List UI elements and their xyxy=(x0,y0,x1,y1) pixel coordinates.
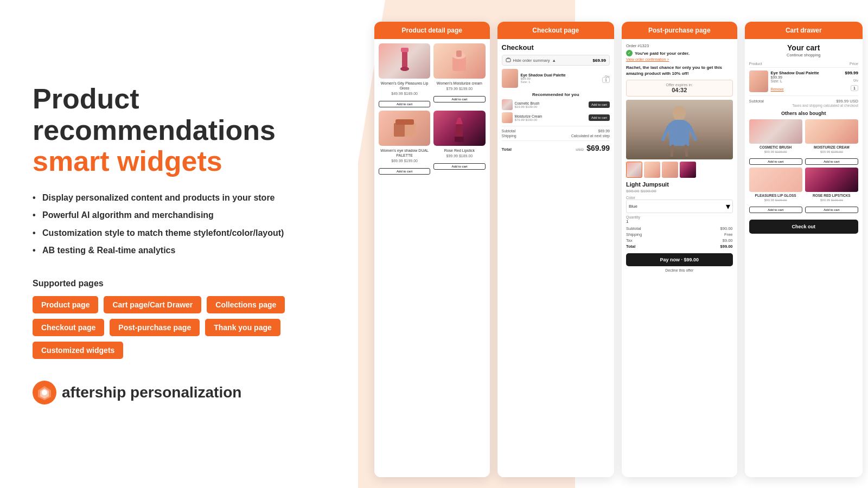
tag-thank-you[interactable]: Thank you page xyxy=(205,319,280,336)
add-to-cart-btn-2[interactable]: Add to cart xyxy=(433,96,485,102)
sub-rows: Subtotal $90.00 Shipping Free Tax $9.00 … xyxy=(626,226,733,249)
also-add-btn-1[interactable]: Add to cart xyxy=(749,158,802,165)
checkout-screen: Checkout page Checkout Hide order summar… xyxy=(497,22,614,477)
eyeshadow-icon xyxy=(391,118,418,139)
product-name-4: Rose Red Lipstick xyxy=(433,148,485,153)
add-to-cart-btn-1[interactable]: Add to cart xyxy=(379,101,430,107)
cart-subtotal: Subtotal $99.99 USD xyxy=(749,99,858,104)
tag-product-page[interactable]: Product page xyxy=(33,296,98,313)
product-price-2: $79.99 $199.00 xyxy=(433,87,485,91)
svg-line-20 xyxy=(686,146,687,157)
feature-item: AB testing & Real-time analytics xyxy=(33,245,326,256)
feature-item: Customization style to match theme style… xyxy=(33,227,326,239)
continue-shopping[interactable]: Continue shopping xyxy=(749,53,858,57)
svg-rect-7 xyxy=(456,50,462,57)
aftership-logo-icon xyxy=(33,381,56,404)
tag-customized[interactable]: Customized widgets xyxy=(33,342,123,359)
tag-collections[interactable]: Collections page xyxy=(207,296,285,313)
svg-point-4 xyxy=(400,67,409,71)
add-to-cart-btn-4[interactable]: Add to cart xyxy=(433,163,485,170)
cart-item-details: Eye Shadow Dual Palette $99.99 Size: L R… xyxy=(771,70,843,93)
cart-item-right: $99.99 Qty 1 xyxy=(845,70,858,93)
product-name-2: Women's Moisturize cream xyxy=(433,81,485,86)
svg-rect-15 xyxy=(506,59,510,62)
checkout-title: Checkout xyxy=(502,43,610,52)
total-price-area: USD $69.99 xyxy=(576,144,610,152)
divider xyxy=(502,126,610,126)
thumb-4[interactable] xyxy=(680,162,696,178)
cart-tax-note: Taxes and shipping calculated at checkou… xyxy=(749,104,858,107)
thumb-2[interactable] xyxy=(644,162,660,178)
feature-item: Display personalized content and product… xyxy=(33,192,326,204)
also-add-btn-3[interactable]: Add to cart xyxy=(749,207,802,213)
also-add-btn-2[interactable]: Add to cart xyxy=(805,158,858,165)
logo-section: aftership personalization xyxy=(33,381,326,404)
tag-post-purchase[interactable]: Post-purchase page xyxy=(110,319,200,336)
total-row: Total USD $69.99 xyxy=(502,144,610,152)
also-add-btn-4[interactable]: Add to cart xyxy=(805,207,858,213)
product-price-3: $69.99 $199.00 xyxy=(379,159,430,163)
post-purchase-screen: Post-purchase page Order #1323 ✓ You've … xyxy=(622,22,737,477)
lipstick-icon xyxy=(447,113,471,143)
view-order-link[interactable]: View order confirmation > xyxy=(626,57,733,61)
shipping-sub-row: Shipping Free xyxy=(626,232,733,237)
color-field: Color Blue ▾ xyxy=(626,196,733,213)
cart-table-header: Product Price xyxy=(749,62,858,68)
divider-2 xyxy=(502,140,610,141)
rec-item-info-1: Cosmetic Brush $19.99 $199.00 xyxy=(513,101,589,108)
cart-title: Your cart xyxy=(749,43,858,52)
svg-rect-3 xyxy=(401,48,409,52)
subtotal-row: Subtotal $69.99 xyxy=(502,129,610,133)
product-name-1: Women's Gity Pleasures Lip Gloss xyxy=(379,81,430,91)
post-purchase-body: Order #1323 ✓ You've paid for your order… xyxy=(622,39,737,477)
product-name-3: Women's eye shadow DUAL PALETTE xyxy=(379,148,430,158)
cart-item-image xyxy=(749,70,768,92)
thumb-1[interactable] xyxy=(626,162,642,178)
cart-item: Eye Shadow Dual Palette $99.99 Size: L R… xyxy=(749,70,858,93)
color-dropdown[interactable]: Blue ▾ xyxy=(626,200,733,213)
also-bought-item-1: COSMETIC BRUSH $99.99 $199.00 Add to car… xyxy=(749,119,802,165)
svg-point-1 xyxy=(42,390,47,395)
checkout-item: Eye Shadow Dual Palette $99.99 Size: L Q… xyxy=(502,69,610,88)
cart-drawer-body: Your cart Continue shopping Product Pric… xyxy=(745,39,863,477)
features-list: Display personalized content and product… xyxy=(33,192,326,262)
tag-cart-page[interactable]: Cart page/Cart Drawer xyxy=(104,296,201,313)
rec-add-btn-2[interactable]: Add to cart xyxy=(589,114,610,121)
also-bought-item-2: MOISTURIZE CREAM $99.99 $199.00 Add to c… xyxy=(805,119,858,165)
svg-point-16 xyxy=(673,106,686,121)
logo-text: aftership personalization xyxy=(62,384,241,401)
also-bought-grid: COSMETIC BRUSH $99.99 $199.00 Add to car… xyxy=(749,119,858,213)
also-image-2 xyxy=(805,119,858,144)
order-number: Order #1323 xyxy=(626,43,733,48)
product-thumbnails xyxy=(626,162,733,178)
thumb-3[interactable] xyxy=(662,162,678,178)
product-price-4: $99.99 $189.00 xyxy=(433,154,485,158)
divider-3 xyxy=(749,95,858,96)
lip-gloss-icon xyxy=(391,46,418,76)
remove-link[interactable]: Remove xyxy=(771,87,784,91)
offer-box: Offer expires in: 04:32 xyxy=(626,80,733,97)
tag-checkout[interactable]: Checkout page xyxy=(33,319,104,336)
svg-rect-14 xyxy=(455,137,464,142)
product-main-price: $90.00 $100.00 xyxy=(626,189,733,194)
paid-row: ✓ You've paid for your order. xyxy=(626,50,733,56)
order-summary-left: Hide order summary ▲ xyxy=(506,57,556,63)
svg-marker-13 xyxy=(456,118,463,124)
cart-icon xyxy=(506,57,511,63)
also-bought-title: Others also bought xyxy=(749,111,858,116)
pay-now-button[interactable]: Pay now · $99.00 xyxy=(626,253,733,266)
also-bought-item-4: ROSE RED LIPSTICKS $99.99 $190.00 Add to… xyxy=(805,168,858,213)
product-image-1 xyxy=(379,43,430,79)
total-sub-row: Total $99.00 xyxy=(626,244,733,249)
checkout-header: Checkout page xyxy=(497,22,614,39)
check-circle-icon: ✓ xyxy=(626,50,633,56)
decline-link[interactable]: Decline this offer xyxy=(626,268,733,272)
also-image-4 xyxy=(805,168,858,192)
add-to-cart-btn-3[interactable]: Add to cart xyxy=(379,168,430,175)
checkout-button[interactable]: Check out xyxy=(749,220,858,234)
product-image-2 xyxy=(433,43,485,79)
left-section: Product recommendations smart widgets Di… xyxy=(0,0,358,488)
right-section: Product detail page Women's Gity Pleasur… xyxy=(358,0,868,488)
rec-add-btn-1[interactable]: Add to cart xyxy=(589,101,610,108)
rec-item-2: Moisturize Cream $79.99 $190.00 Add to c… xyxy=(502,112,610,123)
